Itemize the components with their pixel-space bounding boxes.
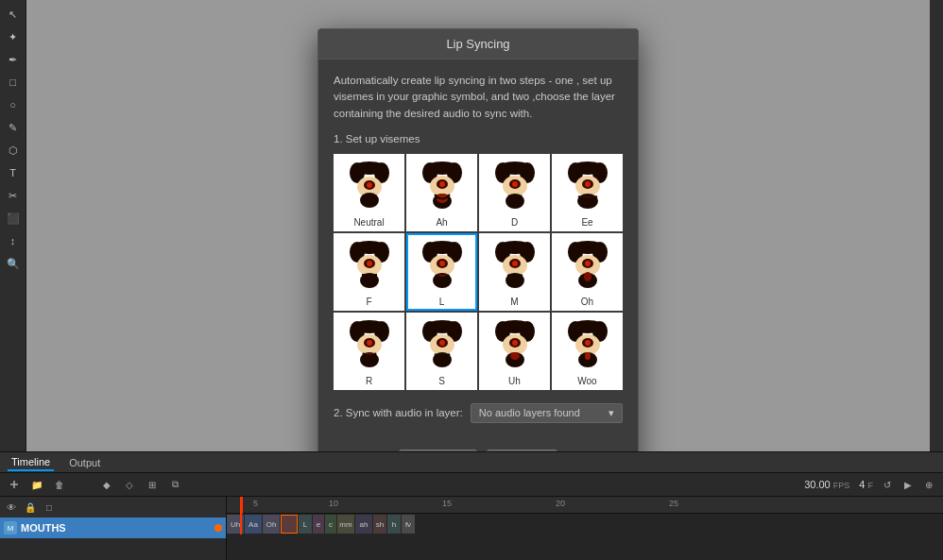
tool-cut[interactable]: ✂	[3, 185, 24, 206]
viseme-s-label: S	[438, 376, 445, 386]
svg-point-39	[577, 194, 598, 209]
tab-timeline[interactable]: Timeline	[8, 454, 54, 471]
tool-text[interactable]: T	[3, 162, 24, 183]
tl-add-layer-btn[interactable]	[6, 476, 23, 493]
chevron-down-icon: ▾	[609, 407, 614, 419]
viseme-neutral[interactable]: Neutral	[334, 154, 404, 231]
viseme-l[interactable]: L	[406, 233, 477, 311]
viseme-neutral-label: Neutral	[353, 217, 384, 228]
fps-value: 30.00	[804, 479, 831, 490]
layer-vis-btn[interactable]: 👁	[4, 500, 19, 515]
viseme-oh-label: Oh	[581, 297, 593, 307]
frame-cell-ec[interactable]: c	[325, 515, 336, 534]
viseme-woo[interactable]: Woo	[552, 313, 623, 390]
tl-onion-btn[interactable]: ⧉	[166, 476, 183, 493]
tl-blank-keyframe-btn[interactable]: ◇	[121, 476, 138, 493]
frame-cell-selected[interactable]	[281, 515, 298, 534]
cancel-button[interactable]: Cancel	[399, 450, 477, 451]
viseme-oh[interactable]: Oh	[552, 233, 623, 311]
layer-outline-btn[interactable]: □	[42, 500, 57, 515]
frame-cell-ahhh[interactable]: ah	[355, 515, 372, 534]
viseme-uh-img	[487, 317, 543, 374]
tl-folder-btn[interactable]: 📁	[28, 476, 45, 493]
tab-output[interactable]: Output	[65, 455, 104, 470]
playhead-ruler	[240, 497, 243, 514]
canvas-area: Lip Syncing Automatically create lip syn…	[26, 0, 930, 451]
dialog-description: Automatically create lip syncing in two …	[334, 73, 623, 122]
viseme-woo-label: Woo	[577, 376, 596, 386]
frame-tick-25: 25	[669, 499, 678, 508]
viseme-s[interactable]: S	[406, 313, 477, 390]
tl-play-btn[interactable]: ▶	[900, 476, 917, 493]
viseme-oh-img	[559, 238, 616, 295]
tl-delete-btn[interactable]: 🗑	[51, 476, 68, 493]
tool-move[interactable]: ↕	[3, 230, 24, 251]
svg-point-72	[584, 272, 592, 281]
tool-oval[interactable]: ○	[3, 94, 24, 115]
viseme-r-img	[341, 317, 398, 374]
frame-cell-h[interactable]: h	[387, 515, 401, 534]
viseme-r[interactable]: R	[334, 313, 404, 390]
tool-rect[interactable]: □	[3, 72, 24, 93]
viseme-d-img	[487, 159, 543, 215]
frame-cell-ohhh[interactable]: Oh	[263, 515, 280, 534]
frame-value: 4	[859, 479, 865, 490]
tool-poly[interactable]: ⬡	[3, 140, 24, 161]
viseme-uh-label: Uh	[508, 376, 521, 386]
frame-display: 4 F	[859, 479, 873, 490]
tl-loop-btn[interactable]: ↺	[879, 476, 896, 493]
svg-point-106	[585, 352, 591, 360]
viseme-m[interactable]: M	[479, 233, 550, 311]
viseme-f[interactable]: F	[334, 233, 404, 311]
timeline-layers: 👁 🔒 □ M MOUTHS	[0, 497, 227, 560]
layer-mouths[interactable]: M MOUTHS	[0, 518, 226, 538]
tool-fill[interactable]: ⬛	[3, 208, 24, 229]
dialog-body: Automatically create lip syncing in two …	[318, 59, 638, 450]
frame-cell-mm[interactable]: mm	[337, 515, 354, 534]
frame-ruler: 5 10 15 20 25	[227, 497, 943, 514]
tool-pen[interactable]: ✒	[3, 49, 24, 70]
frame-tick-5: 5	[253, 499, 258, 508]
tool-zoom[interactable]: 🔍	[3, 253, 24, 274]
audio-dropdown[interactable]: No audio layers found ▾	[471, 403, 623, 423]
viseme-neutral-img	[341, 159, 398, 215]
tool-pencil[interactable]: ✎	[3, 117, 24, 138]
svg-point-30	[512, 181, 518, 187]
frame-cell-aage[interactable]: Aa	[245, 515, 262, 534]
timeline-tabs: Timeline Output	[0, 452, 943, 473]
tool-select[interactable]: ↖	[3, 4, 24, 25]
frame-cell-fv[interactable]: fv	[402, 515, 415, 534]
viseme-ee-label: Ee	[581, 217, 592, 228]
tl-playback-btns: ↺ ▶ ⊕	[879, 476, 937, 493]
viseme-d[interactable]: D	[479, 154, 550, 231]
viseme-d-label: D	[511, 217, 518, 228]
tl-sync-btn[interactable]: ⊕	[920, 476, 937, 493]
viseme-m-img	[487, 238, 543, 295]
frame-cell-l[interactable]: L	[299, 515, 312, 534]
viseme-ee[interactable]: Ee	[552, 154, 623, 231]
svg-point-14	[360, 193, 379, 208]
svg-point-104	[585, 340, 591, 346]
viseme-grid: Neutral	[334, 154, 623, 390]
frame-cells: Uh Aa Oh L e	[227, 514, 943, 535]
layer-lock-btn[interactable]: 🔒	[23, 500, 38, 515]
fps-display: 30.00 FPS	[804, 479, 849, 490]
frame-cell-r[interactable]: e	[313, 515, 324, 534]
svg-point-70	[585, 261, 591, 266]
fps-label: FPS	[833, 481, 850, 490]
frame-label: F	[868, 481, 874, 490]
done-button[interactable]: Done	[487, 450, 557, 451]
timeline-controls: 📁 🗑 ◆ ◇ ⊞ ⧉ 30.00 FPS 4 F ↺ ▶ ⊕	[0, 473, 943, 497]
viseme-uh[interactable]: Uh	[479, 313, 550, 390]
svg-point-13	[367, 182, 372, 188]
timeline-body: 👁 🔒 □ M MOUTHS 5 10 15 20 25	[0, 497, 943, 560]
layer-name: MOUTHS	[21, 522, 211, 534]
viseme-r-label: R	[366, 376, 372, 386]
tl-keyframe-btn[interactable]: ◆	[98, 476, 115, 493]
layer-controls: 👁 🔒 □	[0, 497, 226, 518]
tool-transform[interactable]: ✦	[3, 26, 24, 47]
frame-tick-15: 15	[442, 499, 452, 508]
tl-layer-props-btn[interactable]: ⊞	[144, 476, 161, 493]
frame-cell-sh[interactable]: sh	[373, 515, 386, 534]
viseme-ah[interactable]: Ah	[406, 154, 477, 231]
